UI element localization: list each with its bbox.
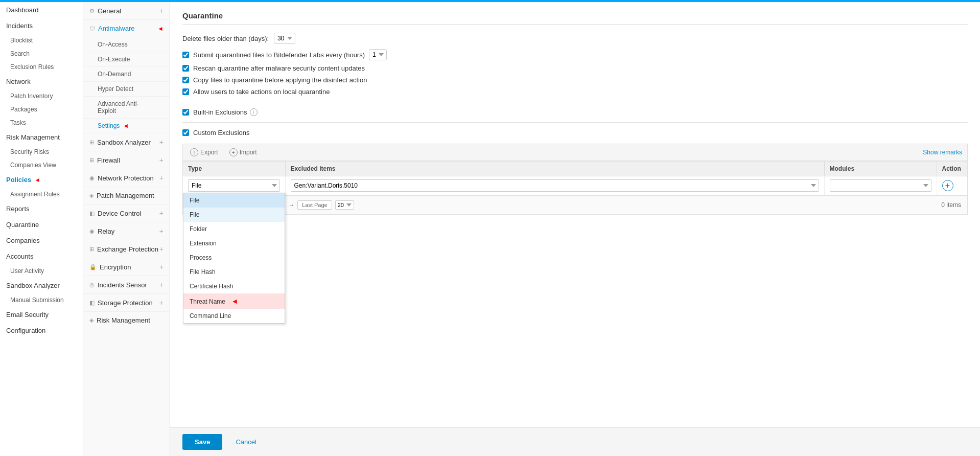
col-header-type: Type: [183, 162, 285, 176]
threat-name-label: Threat Name: [190, 298, 225, 305]
sidebar-item-user-activity[interactable]: User Activity: [0, 264, 83, 278]
middle-item-firewall[interactable]: ⊞ Firewall +: [83, 151, 170, 169]
middle-item-general[interactable]: ⚙ General +: [83, 2, 170, 20]
sidebar-item-assignment-rules[interactable]: Assignment Rules: [0, 188, 83, 201]
sidebar-item-packages[interactable]: Packages: [0, 103, 83, 116]
per-page-select[interactable]: 20: [335, 200, 354, 210]
dropdown-option-process[interactable]: Process: [183, 250, 285, 265]
export-label: Export: [200, 149, 218, 156]
middle-item-general-label: General: [98, 7, 121, 15]
middle-item-risk-management-label: Risk Management: [97, 316, 150, 324]
firewall-icon: ⊞: [89, 157, 94, 164]
dropdown-option-extension[interactable]: Extension: [183, 236, 285, 250]
submit-hours-select[interactable]: 1: [369, 49, 387, 60]
custom-exclusions-checkbox[interactable]: [182, 129, 189, 136]
dropdown-option-command-line[interactable]: Command Line: [183, 309, 285, 323]
export-button[interactable]: ↑ Export: [188, 147, 220, 157]
sidebar-item-reports[interactable]: Reports: [0, 201, 83, 217]
exchange-plus-icon[interactable]: +: [159, 245, 164, 253]
built-in-checkbox[interactable]: [182, 109, 189, 116]
dropdown-option-file[interactable]: File: [183, 193, 285, 208]
middle-item-incidents-sensor[interactable]: ◎ Incidents Sensor +: [83, 276, 170, 294]
sidebar-item-search[interactable]: Search: [0, 47, 83, 60]
middle-sub-on-demand[interactable]: On-Demand: [83, 67, 170, 82]
middle-item-network-protection[interactable]: ◉ Network Protection +: [83, 169, 170, 187]
sidebar-item-policies[interactable]: Policies: [0, 172, 83, 188]
middle-sub-settings[interactable]: Settings: [83, 119, 170, 133]
dropdown-option-folder[interactable]: Folder: [183, 222, 285, 236]
sidebar: Dashboard Incidents Blocklist Search Exc…: [0, 2, 83, 456]
type-select[interactable]: File Folder Extension Process File Hash …: [188, 179, 280, 192]
allow-checkbox[interactable]: [182, 88, 189, 95]
storage-plus-icon[interactable]: +: [159, 299, 164, 307]
sidebar-item-sandbox-analyzer[interactable]: Sandbox Analyzer: [0, 278, 83, 293]
sidebar-item-manual-submission[interactable]: Manual Submission: [0, 293, 83, 307]
dropdown-option-cert-hash[interactable]: Certificate Hash: [183, 279, 285, 293]
allow-label: Allow users to take actions on local qua…: [193, 88, 330, 96]
sidebar-item-accounts[interactable]: Accounts: [0, 248, 83, 264]
exchange-icon: ⊞: [89, 246, 94, 253]
sidebar-item-security-risks[interactable]: Security Risks: [0, 145, 83, 158]
incidents-sensor-plus-icon[interactable]: +: [159, 281, 164, 289]
sidebar-item-patch-inventory[interactable]: Patch Inventory: [0, 89, 83, 103]
show-remarks-button[interactable]: Show remarks: [923, 149, 962, 156]
save-button[interactable]: Save: [182, 434, 222, 450]
sidebar-item-network[interactable]: Network: [0, 74, 83, 89]
submit-row: Submit quarantined files to Bitdefender …: [182, 49, 968, 60]
device-control-plus-icon[interactable]: +: [159, 209, 164, 217]
middle-item-relay[interactable]: ◉ Relay +: [83, 222, 170, 240]
middle-item-sandbox-analyzer[interactable]: ⊞ Sandbox Analyzer +: [83, 133, 170, 151]
encryption-plus-icon[interactable]: +: [159, 263, 164, 271]
sidebar-item-tasks[interactable]: Tasks: [0, 116, 83, 129]
middle-sub-on-execute[interactable]: On-Execute: [83, 52, 170, 67]
middle-sub-advanced-anti-exploit[interactable]: Advanced Anti-Exploit: [83, 97, 170, 119]
dropdown-option-file-hash[interactable]: File Hash: [183, 265, 285, 279]
cancel-button[interactable]: Cancel: [227, 434, 264, 450]
sidebar-item-companies[interactable]: Companies: [0, 233, 83, 248]
sidebar-item-incidents[interactable]: Incidents: [0, 18, 83, 34]
add-exclusion-button[interactable]: +: [942, 180, 953, 191]
export-icon: ↑: [190, 148, 198, 156]
sidebar-item-email-security[interactable]: Email Security: [0, 307, 83, 323]
rescan-checkbox[interactable]: [182, 65, 189, 72]
info-icon[interactable]: i: [250, 108, 258, 116]
modules-select[interactable]: [830, 179, 931, 192]
last-page-button[interactable]: Last Page: [297, 200, 332, 210]
middle-item-antimalware[interactable]: 🛡 Antimalware: [83, 20, 170, 37]
relay-plus-icon[interactable]: +: [159, 227, 164, 235]
general-plus-icon[interactable]: +: [159, 7, 164, 15]
middle-item-exchange-protection[interactable]: ⊞ Exchange Protection +: [83, 240, 170, 258]
middle-sub-hyper-detect[interactable]: Hyper Detect: [83, 82, 170, 97]
submit-checkbox[interactable]: [182, 52, 189, 58]
rescan-label: Rescan quarantine after malware security…: [193, 64, 365, 72]
middle-item-encryption[interactable]: 🔒 Encryption +: [83, 258, 170, 276]
sandbox-plus-icon[interactable]: +: [159, 138, 164, 146]
sidebar-item-blocklist[interactable]: Blocklist: [0, 34, 83, 47]
sidebar-item-quarantine[interactable]: Quarantine: [0, 217, 83, 233]
col-header-excluded: Excluded items: [285, 162, 824, 176]
sidebar-item-companies-view[interactable]: Companies View: [0, 158, 83, 172]
middle-item-storage-protection[interactable]: ◧ Storage Protection +: [83, 294, 170, 312]
middle-sub-on-access[interactable]: On-Access: [83, 37, 170, 52]
sidebar-item-risk-management[interactable]: Risk Management: [0, 129, 83, 145]
firewall-plus-icon[interactable]: +: [159, 156, 164, 164]
excluded-items-select[interactable]: Gen:Variant.Doris.5010: [291, 179, 819, 192]
sidebar-item-dashboard[interactable]: Dashboard: [0, 2, 83, 18]
middle-item-sandbox-label: Sandbox Analyzer: [97, 139, 151, 146]
dropdown-option-file2[interactable]: File: [183, 208, 285, 222]
arrow-right-icon: →: [288, 201, 294, 209]
network-protection-plus-icon[interactable]: +: [159, 174, 164, 182]
import-button[interactable]: + Import: [227, 147, 259, 157]
copy-checkbox[interactable]: [182, 77, 189, 83]
middle-item-risk-management[interactable]: ◈ Risk Management: [83, 312, 170, 329]
middle-item-storage-label: Storage Protection: [98, 299, 153, 307]
middle-item-device-control[interactable]: ◧ Device Control +: [83, 204, 170, 222]
network-protection-icon: ◉: [89, 175, 95, 181]
middle-item-patch-management[interactable]: ◈ Patch Management: [83, 187, 170, 204]
delete-value-select[interactable]: 30: [274, 33, 295, 44]
sidebar-item-configuration[interactable]: Configuration: [0, 323, 83, 338]
dropdown-option-threat-name[interactable]: Threat Name ◄: [183, 293, 285, 309]
sidebar-item-exclusion-rules[interactable]: Exclusion Rules: [0, 60, 83, 74]
exclusions-table-container: Type Excluded items Modules Action File …: [182, 161, 968, 215]
action-cell: +: [937, 176, 967, 195]
